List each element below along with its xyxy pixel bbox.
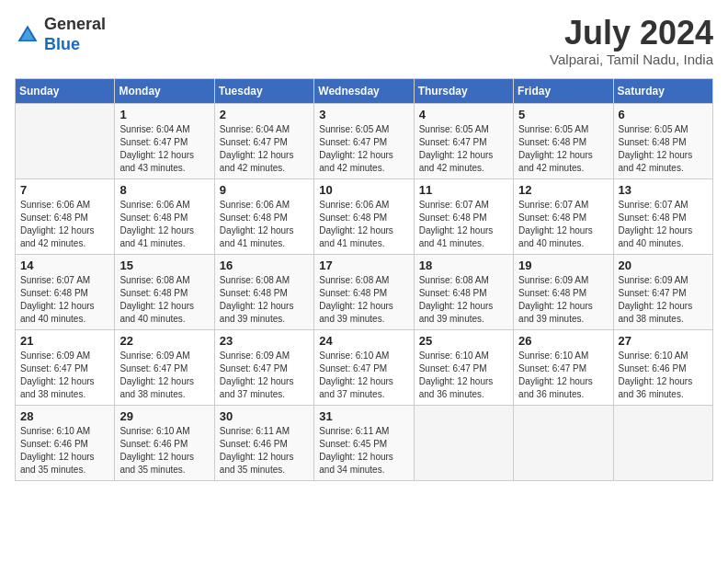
location-subtitle: Valparai, Tamil Nadu, India [550,52,713,67]
calendar-day-cell: 31Sunrise: 6:11 AMSunset: 6:45 PMDayligh… [314,405,414,480]
day-number: 17 [319,259,408,272]
day-number: 24 [319,334,408,348]
calendar-day-cell [16,103,115,178]
weekday-header: Saturday [613,78,712,103]
day-number: 31 [319,409,408,423]
calendar-day-cell: 1Sunrise: 6:04 AMSunset: 6:47 PMDaylight… [115,103,214,178]
day-number: 16 [220,259,309,272]
day-number: 26 [518,334,608,348]
calendar-day-cell: 21Sunrise: 6:09 AMSunset: 6:47 PMDayligh… [16,329,115,405]
calendar-day-cell: 23Sunrise: 6:09 AMSunset: 6:47 PMDayligh… [214,329,313,405]
calendar-day-cell: 4Sunrise: 6:05 AMSunset: 6:47 PMDaylight… [414,103,513,178]
day-info: Sunrise: 6:09 AMSunset: 6:48 PMDaylight:… [518,274,608,326]
calendar-day-cell: 18Sunrise: 6:08 AMSunset: 6:48 PMDayligh… [414,254,513,329]
day-number: 3 [319,108,408,121]
calendar-day-cell: 16Sunrise: 6:08 AMSunset: 6:48 PMDayligh… [214,254,313,329]
calendar-week-row: 7Sunrise: 6:06 AMSunset: 6:48 PMDaylight… [16,178,713,254]
day-number: 10 [319,183,408,197]
calendar-day-cell: 24Sunrise: 6:10 AMSunset: 6:47 PMDayligh… [314,329,414,405]
day-number: 2 [220,108,309,121]
calendar-day-cell: 3Sunrise: 6:05 AMSunset: 6:47 PMDaylight… [314,103,414,178]
day-info: Sunrise: 6:09 AMSunset: 6:47 PMDaylight:… [20,350,109,401]
calendar-day-cell: 12Sunrise: 6:07 AMSunset: 6:48 PMDayligh… [514,178,613,254]
day-info: Sunrise: 6:09 AMSunset: 6:47 PMDaylight:… [119,350,209,401]
day-info: Sunrise: 6:07 AMSunset: 6:48 PMDaylight:… [619,199,708,250]
day-number: 18 [419,259,508,272]
header: General Blue July 2024 Valparai, Tamil N… [15,15,713,67]
calendar-day-cell [514,405,613,480]
calendar-day-cell: 10Sunrise: 6:06 AMSunset: 6:48 PMDayligh… [314,178,414,254]
weekday-header: Tuesday [214,78,313,103]
day-number: 11 [419,183,508,197]
day-info: Sunrise: 6:04 AMSunset: 6:47 PMDaylight:… [119,123,209,175]
calendar-week-row: 14Sunrise: 6:07 AMSunset: 6:48 PMDayligh… [16,254,713,329]
day-number: 15 [119,259,209,272]
day-info: Sunrise: 6:09 AMSunset: 6:47 PMDaylight:… [619,274,708,326]
calendar-day-cell: 8Sunrise: 6:06 AMSunset: 6:48 PMDaylight… [115,178,214,254]
day-number: 13 [619,183,708,197]
day-info: Sunrise: 6:10 AMSunset: 6:47 PMDaylight:… [518,350,608,401]
day-info: Sunrise: 6:08 AMSunset: 6:48 PMDaylight:… [319,274,408,326]
day-number: 29 [119,409,209,423]
day-number: 22 [119,334,209,348]
weekday-header: Thursday [414,78,513,103]
day-info: Sunrise: 6:04 AMSunset: 6:47 PMDaylight:… [220,123,309,175]
calendar-day-cell [414,405,513,480]
calendar-day-cell [613,405,712,480]
day-info: Sunrise: 6:11 AMSunset: 6:46 PMDaylight:… [220,425,309,477]
month-title: July 2024 [550,15,713,52]
calendar-day-cell: 20Sunrise: 6:09 AMSunset: 6:47 PMDayligh… [613,254,712,329]
title-area: July 2024 Valparai, Tamil Nadu, India [550,15,713,67]
logo-text: General Blue [44,15,106,54]
day-info: Sunrise: 6:06 AMSunset: 6:48 PMDaylight:… [20,199,109,250]
day-info: Sunrise: 6:07 AMSunset: 6:48 PMDaylight:… [419,199,508,250]
logo: General Blue [15,15,106,54]
calendar-day-cell: 25Sunrise: 6:10 AMSunset: 6:47 PMDayligh… [414,329,513,405]
calendar-day-cell: 27Sunrise: 6:10 AMSunset: 6:46 PMDayligh… [613,329,712,405]
day-info: Sunrise: 6:07 AMSunset: 6:48 PMDaylight:… [518,199,608,250]
day-info: Sunrise: 6:10 AMSunset: 6:46 PMDaylight:… [20,425,109,477]
day-info: Sunrise: 6:07 AMSunset: 6:48 PMDaylight:… [20,274,109,326]
calendar-day-cell: 22Sunrise: 6:09 AMSunset: 6:47 PMDayligh… [115,329,214,405]
day-info: Sunrise: 6:09 AMSunset: 6:47 PMDaylight:… [220,350,309,401]
day-number: 7 [20,183,109,197]
day-info: Sunrise: 6:06 AMSunset: 6:48 PMDaylight:… [319,199,408,250]
calendar-day-cell: 6Sunrise: 6:05 AMSunset: 6:48 PMDaylight… [613,103,712,178]
day-info: Sunrise: 6:08 AMSunset: 6:48 PMDaylight:… [119,274,209,326]
day-info: Sunrise: 6:05 AMSunset: 6:48 PMDaylight:… [518,123,608,175]
day-info: Sunrise: 6:05 AMSunset: 6:48 PMDaylight:… [619,123,708,175]
day-number: 6 [619,108,708,121]
calendar-day-cell: 9Sunrise: 6:06 AMSunset: 6:48 PMDaylight… [214,178,313,254]
calendar-day-cell: 17Sunrise: 6:08 AMSunset: 6:48 PMDayligh… [314,254,414,329]
weekday-header: Wednesday [314,78,414,103]
day-info: Sunrise: 6:10 AMSunset: 6:46 PMDaylight:… [619,350,708,401]
day-number: 23 [220,334,309,348]
day-info: Sunrise: 6:10 AMSunset: 6:47 PMDaylight:… [319,350,408,401]
day-number: 30 [220,409,309,423]
day-number: 25 [419,334,508,348]
weekday-header: Monday [115,78,214,103]
day-number: 21 [20,334,109,348]
calendar-day-cell: 30Sunrise: 6:11 AMSunset: 6:46 PMDayligh… [214,405,313,480]
calendar-day-cell: 2Sunrise: 6:04 AMSunset: 6:47 PMDaylight… [214,103,313,178]
day-number: 5 [518,108,608,121]
logo-icon [15,22,40,48]
calendar-week-row: 21Sunrise: 6:09 AMSunset: 6:47 PMDayligh… [16,329,713,405]
day-number: 20 [619,259,708,272]
calendar-day-cell: 19Sunrise: 6:09 AMSunset: 6:48 PMDayligh… [514,254,613,329]
day-number: 4 [419,108,508,121]
calendar-day-cell: 7Sunrise: 6:06 AMSunset: 6:48 PMDaylight… [16,178,115,254]
weekday-header-row: SundayMondayTuesdayWednesdayThursdayFrid… [16,78,713,103]
day-info: Sunrise: 6:11 AMSunset: 6:45 PMDaylight:… [319,425,408,477]
calendar-day-cell: 29Sunrise: 6:10 AMSunset: 6:46 PMDayligh… [115,405,214,480]
day-info: Sunrise: 6:08 AMSunset: 6:48 PMDaylight:… [419,274,508,326]
day-number: 19 [518,259,608,272]
calendar-week-row: 1Sunrise: 6:04 AMSunset: 6:47 PMDaylight… [16,103,713,178]
day-number: 14 [20,259,109,272]
calendar-day-cell: 28Sunrise: 6:10 AMSunset: 6:46 PMDayligh… [16,405,115,480]
day-number: 1 [119,108,209,121]
weekday-header: Sunday [16,78,115,103]
day-info: Sunrise: 6:05 AMSunset: 6:47 PMDaylight:… [319,123,408,175]
day-info: Sunrise: 6:10 AMSunset: 6:47 PMDaylight:… [419,350,508,401]
calendar-day-cell: 13Sunrise: 6:07 AMSunset: 6:48 PMDayligh… [613,178,712,254]
